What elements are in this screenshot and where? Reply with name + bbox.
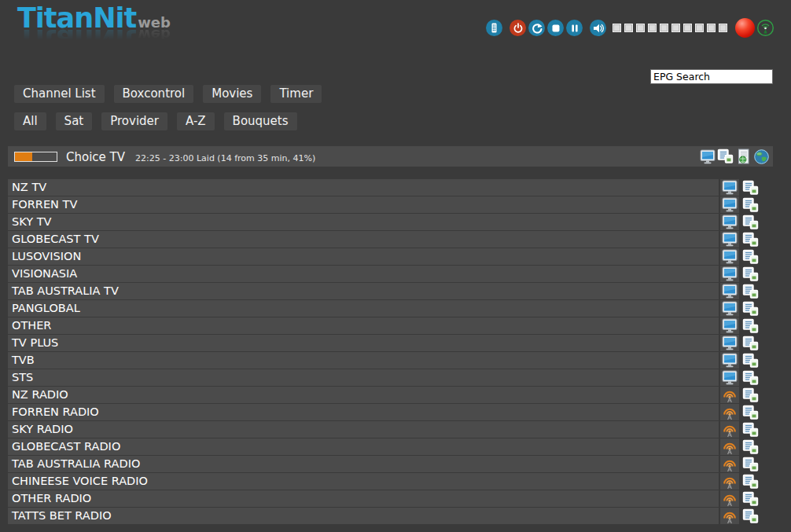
filter-bouquets[interactable]: Bouquets [224, 112, 297, 130]
channel-name[interactable]: TAB AUSTRALIA TV [8, 283, 719, 299]
zap-radio-button[interactable] [720, 490, 739, 507]
channel-name[interactable]: SKY RADIO [8, 421, 719, 438]
channel-name[interactable]: CHINEESE VOICE RADIO [8, 473, 719, 490]
channel-name[interactable]: NZ RADIO [8, 387, 719, 403]
channel-name[interactable]: FORREN RADIO [8, 404, 719, 420]
now-playing-text: Choice TV 22:25 - 23:00 Laid (14 from 35… [66, 149, 315, 164]
open-channel-list-button[interactable] [741, 438, 759, 455]
zap-tv-button[interactable] [720, 248, 739, 265]
channel-name[interactable]: TAB AUSTRALIA RADIO [8, 456, 719, 472]
open-channel-list-button[interactable] [741, 283, 759, 299]
open-channel-list-button[interactable] [741, 490, 759, 507]
epg-page-icon[interactable] [735, 149, 752, 165]
refresh-button[interactable] [528, 20, 545, 36]
zap-radio-button[interactable] [720, 438, 739, 455]
zap-tv-button[interactable] [720, 179, 739, 196]
open-channel-list-button[interactable] [741, 387, 759, 403]
remote-icon [489, 23, 499, 33]
channel-name[interactable]: TATTS BET RADIO [8, 508, 719, 524]
open-channel-list-button[interactable] [741, 248, 759, 265]
open-channel-list-button[interactable] [741, 335, 759, 351]
filter-provider[interactable]: Provider [101, 112, 167, 130]
zap-radio-button[interactable] [720, 404, 739, 420]
monitor-icon [722, 249, 738, 264]
channel-name[interactable]: STS [8, 369, 719, 386]
open-channel-list-button[interactable] [741, 214, 759, 230]
channel-row: FORREN RADIO [8, 404, 791, 420]
list-icon[interactable] [717, 149, 734, 165]
radio-icon [722, 422, 738, 438]
list-icon [742, 249, 759, 265]
zap-radio-button[interactable] [720, 387, 739, 403]
zap-tv-button[interactable] [720, 317, 739, 334]
radio-icon [722, 474, 738, 490]
signal-icon[interactable] [756, 19, 774, 37]
volume-button[interactable] [590, 20, 606, 36]
channel-name[interactable]: VISIONASIA [8, 266, 719, 282]
open-channel-list-button[interactable] [741, 266, 759, 282]
open-channel-list-button[interactable] [741, 317, 759, 334]
open-channel-list-button[interactable] [741, 508, 759, 524]
pause-button[interactable] [566, 20, 583, 36]
open-channel-list-button[interactable] [741, 404, 759, 420]
zap-radio-button[interactable] [720, 456, 739, 472]
zap-tv-button[interactable] [720, 231, 739, 248]
titannit-web-app: TitanNitweb TitanNitweb Channel ListBoxc… [0, 0, 791, 532]
open-channel-list-button[interactable] [741, 300, 759, 317]
channel-name[interactable]: NZ TV [8, 179, 719, 196]
monitor-icon [722, 370, 738, 385]
channel-name[interactable]: PANGLOBAL [8, 300, 719, 317]
stop-button[interactable] [547, 20, 564, 36]
refresh-icon [532, 23, 543, 34]
open-channel-list-button[interactable] [741, 196, 759, 213]
open-channel-list-button[interactable] [741, 352, 759, 369]
zap-tv-button[interactable] [720, 196, 739, 213]
zap-tv-button[interactable] [720, 266, 739, 282]
filter-all[interactable]: All [14, 112, 46, 130]
open-channel-list-button[interactable] [741, 179, 759, 196]
open-channel-list-button[interactable] [741, 231, 759, 248]
tab-boxcontrol[interactable]: Boxcontrol [114, 85, 194, 103]
channel-name[interactable]: OTHER [8, 317, 719, 334]
channel-row: GLOBECAST RADIO [8, 438, 791, 455]
remote-button[interactable] [486, 20, 502, 36]
filter-sat[interactable]: Sat [56, 112, 93, 130]
zap-tv-button[interactable] [720, 369, 739, 386]
channel-name[interactable]: GLOBECAST RADIO [8, 438, 719, 455]
channel-name[interactable]: FORREN TV [8, 196, 719, 213]
epg-search-input[interactable] [650, 69, 773, 84]
open-channel-list-button[interactable] [741, 456, 759, 472]
channel-name[interactable]: TVB [8, 352, 719, 369]
filter-a-z[interactable]: A-Z [177, 112, 215, 130]
channel-list: NZ TVFORREN TVSKY TVGLOBECAST TVLUSOVISI… [8, 179, 791, 525]
zap-radio-button[interactable] [720, 421, 739, 438]
power-button[interactable] [510, 20, 526, 36]
open-channel-list-button[interactable] [741, 421, 759, 438]
channel-name[interactable]: OTHER RADIO [8, 490, 719, 507]
open-channel-list-button[interactable] [741, 369, 759, 386]
tab-channel-list[interactable]: Channel List [14, 85, 105, 103]
channel-name[interactable]: LUSOVISION [8, 248, 719, 265]
zap-tv-button[interactable] [720, 283, 739, 299]
monitor-icon [722, 284, 738, 299]
zap-radio-button[interactable] [720, 508, 739, 524]
channel-row: TVB [8, 352, 791, 369]
volume-block [648, 24, 657, 32]
globe-icon[interactable] [753, 149, 770, 165]
zap-tv-button[interactable] [720, 335, 739, 351]
channel-name[interactable]: TV PLUS [8, 335, 719, 351]
channel-name[interactable]: SKY TV [8, 214, 719, 230]
radio-icon [722, 387, 738, 403]
tab-timer[interactable]: Timer [270, 85, 322, 103]
monitor-icon [722, 197, 738, 212]
open-channel-list-button[interactable] [741, 473, 759, 490]
zap-radio-button[interactable] [720, 473, 739, 490]
record-indicator[interactable] [735, 18, 755, 38]
zap-tv-button[interactable] [720, 300, 739, 317]
channel-name[interactable]: GLOBECAST TV [8, 231, 719, 248]
zap-tv-button[interactable] [720, 214, 739, 230]
tab-movies[interactable]: Movies [203, 85, 261, 103]
zap-tv-button[interactable] [720, 352, 739, 369]
monitor-icon[interactable] [699, 149, 716, 165]
monitor-icon [722, 318, 738, 333]
